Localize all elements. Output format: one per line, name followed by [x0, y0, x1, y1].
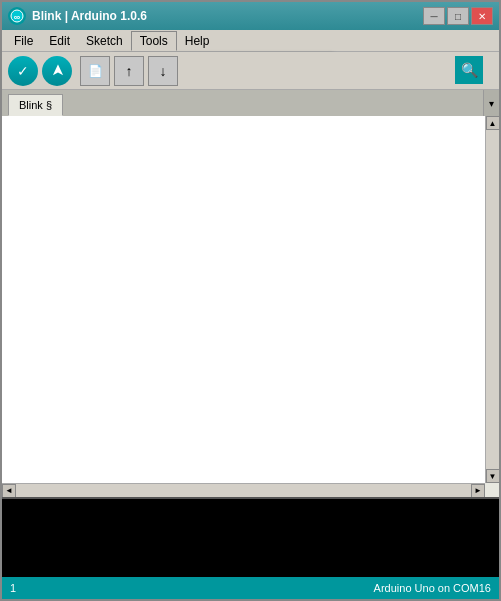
- save-button[interactable]: ↓: [148, 56, 178, 86]
- toolbar: ✓ ➤ 📄 ↑ ↓ 🔍: [2, 52, 499, 90]
- svg-text:∞: ∞: [14, 12, 21, 22]
- tab-scroll-right[interactable]: ▾: [483, 90, 499, 116]
- main-window: ∞ Blink | Arduino 1.0.6 ─ □ ✕ File Edit …: [0, 0, 501, 601]
- maximize-button[interactable]: □: [447, 7, 469, 25]
- new-button[interactable]: 📄: [80, 56, 110, 86]
- tab-bar: Blink § ▾: [2, 90, 499, 116]
- tab-blink[interactable]: Blink §: [8, 94, 63, 116]
- status-line: 1: [10, 582, 16, 594]
- search-button[interactable]: 🔍: [455, 56, 483, 84]
- open-button[interactable]: ↑: [114, 56, 144, 86]
- menu-tools[interactable]: Tools: [131, 31, 177, 51]
- search-icon: 🔍: [461, 62, 478, 78]
- menu-file[interactable]: File: [6, 32, 41, 50]
- menu-help[interactable]: Help: [177, 32, 218, 50]
- window-controls: ─ □ ✕: [423, 7, 493, 25]
- menu-edit[interactable]: Edit: [41, 32, 78, 50]
- menu-sketch[interactable]: Sketch: [78, 32, 131, 50]
- status-board: Arduino Uno on COM16: [374, 582, 491, 594]
- scroll-left-button[interactable]: ◄: [2, 484, 16, 498]
- menu-bar: File Edit Sketch Tools Help Auto Format …: [2, 30, 499, 52]
- close-button[interactable]: ✕: [471, 7, 493, 25]
- horizontal-scrollbar[interactable]: ◄ ►: [2, 483, 485, 497]
- code-editor[interactable]: [2, 116, 485, 483]
- scroll-down-button[interactable]: ▼: [486, 469, 500, 483]
- tab-right-arrow-icon: ▾: [489, 98, 494, 109]
- status-bar: 1 Arduino Uno on COM16: [2, 577, 499, 599]
- editor-area: ▲ ▼ ◄ ►: [2, 116, 499, 497]
- app-icon: ∞: [8, 7, 26, 25]
- scroll-up-button[interactable]: ▲: [486, 116, 500, 130]
- console-area: [2, 497, 499, 577]
- scroll-right-button[interactable]: ►: [471, 484, 485, 498]
- vertical-scrollbar[interactable]: ▲ ▼: [485, 116, 499, 483]
- window-title: Blink | Arduino 1.0.6: [32, 9, 423, 23]
- minimize-button[interactable]: ─: [423, 7, 445, 25]
- title-bar: ∞ Blink | Arduino 1.0.6 ─ □ ✕: [2, 2, 499, 30]
- upload-button[interactable]: ➤: [42, 56, 72, 86]
- verify-button[interactable]: ✓: [8, 56, 38, 86]
